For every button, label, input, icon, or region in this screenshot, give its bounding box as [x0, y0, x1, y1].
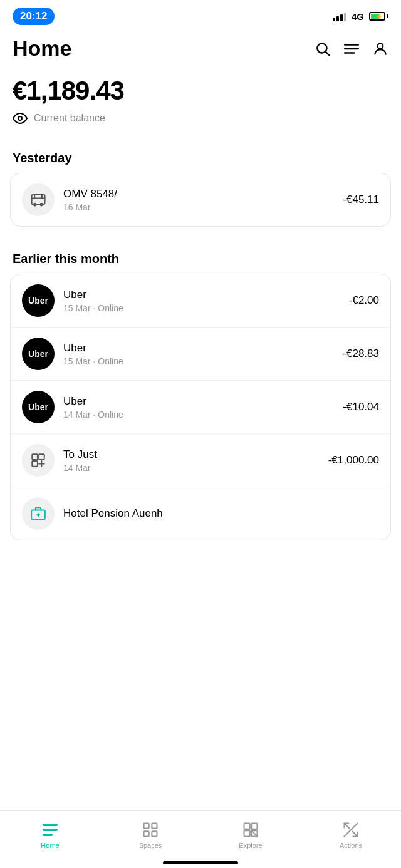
nav-item-home[interactable]: Home — [0, 817, 100, 853]
transaction-avatar-transfer — [22, 444, 55, 477]
page-title: Home — [13, 36, 71, 61]
yesterday-transactions-card: OMV 8548/ 16 Mar -€45.11 — [10, 173, 391, 227]
status-right: 4G ⚡ — [333, 11, 388, 22]
network-type: 4G — [352, 11, 364, 22]
status-bar: 20:12 4G ⚡ — [0, 0, 401, 30]
battery-body: ⚡ — [369, 12, 385, 21]
spaces-icon — [142, 821, 159, 839]
svg-rect-19 — [152, 824, 157, 829]
signal-bars-icon — [333, 11, 346, 21]
svg-rect-20 — [144, 831, 149, 836]
transaction-name: Uber — [63, 342, 334, 354]
svg-rect-13 — [39, 454, 44, 460]
status-time: 20:12 — [13, 8, 55, 25]
svg-rect-21 — [152, 831, 157, 836]
svg-rect-7 — [32, 195, 45, 204]
transaction-info: OMV 8548/ 16 Mar — [63, 188, 334, 212]
transaction-info: Uber 15 Mar · Online — [63, 289, 340, 313]
transaction-date: 14 Mar — [63, 463, 320, 473]
svg-rect-23 — [251, 824, 257, 829]
nav-item-actions[interactable]: Actions — [301, 817, 401, 853]
menu-button[interactable] — [343, 41, 360, 57]
balance-amount: €1,189.43 — [13, 76, 388, 106]
transaction-amount: -€28.83 — [343, 348, 379, 360]
svg-rect-18 — [144, 824, 149, 829]
battery-icon: ⚡ — [369, 12, 388, 21]
page-header: Home — [0, 30, 401, 71]
transaction-name: Hotel Pension Auenh — [63, 507, 379, 520]
nav-label-actions: Actions — [340, 842, 362, 849]
profile-button[interactable] — [372, 41, 388, 57]
uber-logo-text: Uber — [28, 349, 48, 359]
transaction-avatar-uber: Uber — [22, 284, 55, 317]
section-earlier-header: Earlier this month — [0, 239, 401, 274]
svg-rect-12 — [32, 454, 38, 460]
transaction-date: 14 Mar · Online — [63, 410, 334, 420]
svg-point-6 — [18, 116, 22, 120]
transaction-date: 16 Mar — [63, 202, 334, 212]
actions-icon — [342, 821, 360, 839]
table-row[interactable]: To Just 14 Mar -€1,000.00 — [11, 434, 390, 487]
uber-logo-text: Uber — [28, 296, 48, 306]
transaction-name: Uber — [63, 289, 340, 301]
transaction-amount: -€10.04 — [343, 401, 379, 413]
svg-point-5 — [378, 43, 383, 49]
transaction-date: 15 Mar · Online — [63, 356, 334, 366]
transaction-avatar-uber: Uber — [22, 338, 55, 370]
transaction-info: Uber 15 Mar · Online — [63, 342, 334, 366]
bottom-nav: Home Spaces Explore — [0, 810, 401, 868]
table-row[interactable]: Uber Uber 14 Mar · Online -€10.04 — [11, 381, 390, 434]
home-nav-icon — [43, 824, 58, 836]
transaction-amount: -€1,000.00 — [328, 454, 379, 467]
transaction-avatar-bus — [22, 183, 55, 216]
earlier-transactions-card: Uber Uber 15 Mar · Online -€2.00 Uber Ub… — [10, 274, 391, 540]
nav-label-explore: Explore — [239, 842, 262, 849]
transaction-name: To Just — [63, 448, 320, 461]
transaction-amount: -€2.00 — [349, 294, 379, 307]
eye-icon[interactable] — [13, 111, 28, 126]
transaction-name: OMV 8548/ — [63, 188, 334, 200]
transaction-info: Uber 14 Mar · Online — [63, 395, 334, 420]
uber-logo-text: Uber — [28, 402, 48, 412]
transaction-avatar-uber: Uber — [22, 391, 55, 423]
nav-label-home: Home — [41, 842, 59, 849]
table-row[interactable]: Hotel Pension Auenh — [11, 487, 390, 540]
svg-line-26 — [251, 830, 257, 836]
svg-rect-22 — [244, 824, 250, 829]
search-button[interactable] — [315, 41, 331, 57]
header-icons — [315, 41, 388, 57]
svg-rect-14 — [32, 461, 38, 467]
explore-icon — [242, 821, 259, 839]
battery-tip — [387, 14, 388, 18]
svg-rect-24 — [244, 830, 250, 836]
transaction-name: Uber — [63, 395, 334, 408]
battery-bolt: ⚡ — [376, 13, 383, 19]
nav-label-spaces: Spaces — [139, 842, 162, 849]
balance-label-row: Current balance — [13, 111, 388, 126]
nav-item-spaces[interactable]: Spaces — [100, 817, 200, 853]
nav-item-explore[interactable]: Explore — [200, 817, 301, 853]
home-icon — [41, 821, 59, 839]
transaction-item[interactable]: OMV 8548/ 16 Mar -€45.11 — [11, 173, 390, 226]
table-row[interactable]: Uber Uber 15 Mar · Online -€2.00 — [11, 274, 390, 328]
transaction-date: 15 Mar · Online — [63, 303, 340, 313]
transaction-avatar-hotel — [22, 497, 55, 530]
transaction-info: To Just 14 Mar — [63, 448, 320, 473]
table-row[interactable]: Uber Uber 15 Mar · Online -€28.83 — [11, 328, 390, 381]
transaction-info: Hotel Pension Auenh — [63, 507, 379, 520]
balance-label-text: Current balance — [34, 113, 105, 124]
home-indicator — [163, 861, 238, 864]
transaction-amount: -€45.11 — [343, 194, 379, 206]
balance-section: €1,189.43 Current balance — [0, 71, 401, 138]
svg-line-1 — [326, 51, 330, 55]
section-yesterday-header: Yesterday — [0, 138, 401, 173]
